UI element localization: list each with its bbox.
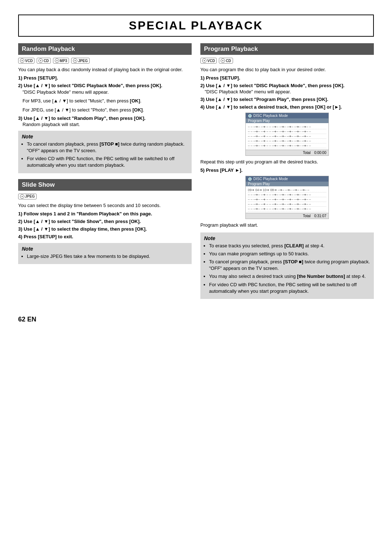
program-playback-section: Program Playback VCD CD You can program … bbox=[200, 43, 374, 299]
vcd-icon: VCD bbox=[18, 58, 34, 64]
program-step-4: 4) Use [▲ / ▼] to select a desired track… bbox=[200, 104, 374, 110]
after-screen2: Program playback will start. bbox=[200, 222, 374, 228]
program-playback-intro: You can program the disc to play back in… bbox=[200, 66, 374, 73]
slide-show-section: Slide Show JPEG You can select the displ… bbox=[18, 179, 192, 264]
random-playback-intro: You can play back a disc randomly instea… bbox=[18, 66, 192, 73]
slide-show-header: Slide Show bbox=[18, 179, 192, 191]
slide-step-2: 2) Use [▲ / ▼] to select "Slide Show", t… bbox=[18, 219, 192, 224]
random-playback-icons: VCD CD MP3 JPEG bbox=[18, 58, 192, 64]
jpeg-icon-ss: JPEG bbox=[18, 194, 37, 199]
jpeg-icon-rp: JPEG bbox=[71, 58, 90, 64]
page-number: 62 EN bbox=[18, 316, 374, 323]
program-playback-note: Note To erase tracks you selected, press… bbox=[200, 232, 374, 299]
right-column: Program Playback VCD CD You can program … bbox=[200, 43, 374, 305]
cd-icon-pp: CD bbox=[219, 58, 233, 64]
slide-show-icons: JPEG bbox=[18, 194, 192, 199]
slide-show-intro: You can select the display time between … bbox=[18, 202, 192, 209]
random-step-3: 3) Use [▲ / ▼] to select "Random Play", … bbox=[18, 116, 192, 127]
random-playback-header: Random Playback bbox=[18, 43, 192, 55]
program-step-5: 5) Press [PLAY ►]. bbox=[200, 167, 374, 173]
cd-icon: CD bbox=[37, 58, 50, 64]
random-step-1: 1) Press [SETUP]. bbox=[18, 75, 192, 81]
mp3-icon: MP3 bbox=[53, 58, 69, 64]
program-step-3: 3) Use [▲ / ▼] to select "Program Play",… bbox=[200, 97, 374, 102]
program-step-2: 2) Use [▲ / ▼] to select "DISC Playback … bbox=[200, 83, 374, 94]
slide-step-1: 1) Follow steps 1 and 2 in "Random Playb… bbox=[18, 211, 192, 216]
page-title: SPECIAL PLAYBACK bbox=[18, 15, 374, 37]
slide-step-4: 4) Press [SETUP] to exit. bbox=[18, 234, 192, 239]
random-playback-section: Random Playback VCD CD MP3 JPEG You can … bbox=[18, 43, 192, 173]
vcd-icon-pp: VCD bbox=[200, 58, 217, 64]
random-step-2: 2) Use [▲ / ▼] to select "DISC Playback … bbox=[18, 83, 192, 113]
program-step-1: 1) Press [SETUP]. bbox=[200, 75, 374, 81]
repeat-text: Repeat this step until you program all t… bbox=[200, 159, 374, 165]
program-playback-icons: VCD CD bbox=[200, 58, 374, 64]
program-playback-header: Program Playback bbox=[200, 43, 374, 55]
slide-show-note: Note Large-size JPEG files take a few mo… bbox=[18, 243, 192, 264]
program-screen-2: 💿 DISC Playback Mode Program Play 09➔ 04… bbox=[245, 176, 329, 219]
program-screen-1: 💿 DISC Playback Mode Program Play – – –➔… bbox=[245, 113, 329, 156]
random-playback-note: Note To cancel random playback, press [S… bbox=[18, 131, 192, 173]
slide-step-3: 3) Use [▲ / ▼] to select the display tim… bbox=[18, 226, 192, 232]
